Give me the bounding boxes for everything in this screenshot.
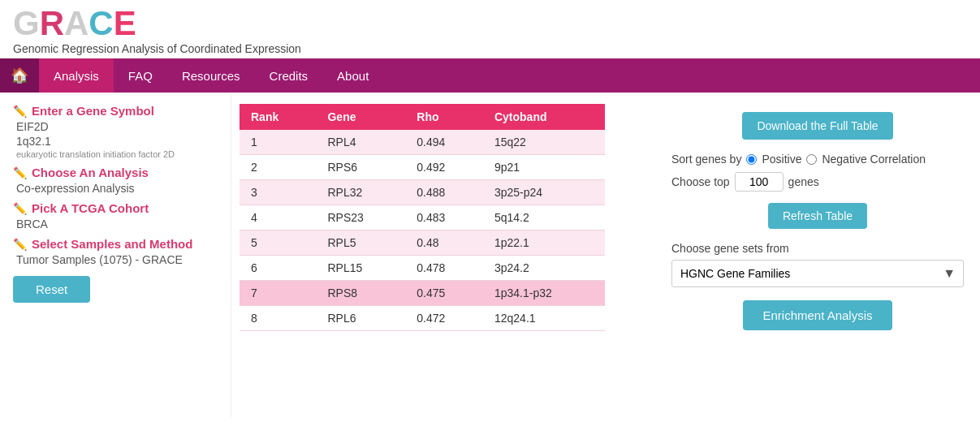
top-genes-input[interactable]: [735, 172, 784, 192]
sort-negative-label: Negative Correlation: [822, 153, 926, 166]
choose-analysis-link[interactable]: ✏️ Choose An Analysis: [13, 166, 218, 179]
cell-cytoband: 3p24.2: [483, 256, 605, 281]
app-subtitle: Genomic Regression Analysis of Coordinat…: [13, 42, 967, 55]
right-panel: Download the Full Table Sort genes by Po…: [655, 93, 980, 417]
enter-gene-link[interactable]: ✏️ Enter a Gene Symbol: [13, 104, 218, 118]
sort-label: Sort genes by: [671, 153, 741, 166]
col-rho: Rho: [405, 104, 483, 130]
analysis-type-value: Co-expression Analysis: [16, 182, 218, 195]
col-rank: Rank: [240, 104, 316, 130]
enrichment-analysis-button[interactable]: Enrichment Analysis: [743, 300, 891, 330]
samples-value: Tumor Samples (1075) - GRACE: [16, 253, 218, 266]
cell-gene: RPL32: [316, 180, 405, 205]
cell-rank: 8: [240, 306, 316, 331]
table-row: 6RPL150.4783p24.2: [240, 256, 605, 281]
table-row: 5RPL50.481p22.1: [240, 230, 605, 256]
choose-sets-label: Choose gene sets from: [671, 242, 964, 255]
cell-cytoband: 1p22.1: [483, 230, 605, 256]
cell-rho: 0.494: [405, 130, 483, 155]
app-title: GRACE: [13, 6, 967, 41]
pick-cohort-section: ✏️ Pick A TCGA Cohort BRCA: [13, 201, 218, 230]
cell-gene: RPL15: [316, 256, 405, 281]
cell-rho: 0.475: [405, 281, 483, 306]
sort-positive-radio[interactable]: [746, 154, 757, 165]
table-row: 7RPS80.4751p34.1-p32: [240, 281, 605, 306]
cell-rank: 5: [240, 230, 316, 256]
results-table: Rank Gene Rho Cytoband 1RPL40.49415q222R…: [240, 104, 605, 331]
cell-rho: 0.472: [405, 306, 483, 331]
gene-set-select[interactable]: HGNC Gene FamiliesGO Biological ProcessG…: [671, 260, 964, 287]
col-gene: Gene: [316, 104, 405, 130]
title-a: A: [64, 6, 89, 41]
gene-set-select-wrap: HGNC Gene FamiliesGO Biological ProcessG…: [671, 260, 964, 287]
cell-cytoband: 9p21: [483, 155, 605, 180]
table-row: 2RPS60.4929p21: [240, 155, 605, 180]
sidebar: ✏️ Enter a Gene Symbol EIF2D 1q32.1 euka…: [0, 93, 231, 417]
table-row: 3RPL320.4883p25-p24: [240, 180, 605, 205]
main-content: ✏️ Enter a Gene Symbol EIF2D 1q32.1 euka…: [0, 93, 980, 417]
choose-analysis-section: ✏️ Choose An Analysis Co-expression Anal…: [13, 166, 218, 195]
gene-symbol-value: EIF2D: [16, 120, 218, 133]
cell-cytoband: 5q14.2: [483, 205, 605, 230]
cohort-value: BRCA: [16, 218, 218, 230]
table-header-row: Rank Gene Rho Cytoband: [240, 104, 605, 130]
cell-rank: 4: [240, 205, 316, 230]
header: GRACE Genomic Regression Analysis of Coo…: [0, 0, 980, 58]
cell-rho: 0.483: [405, 205, 483, 230]
nav-about[interactable]: About: [322, 58, 383, 93]
edit-icon-2: ✏️: [13, 166, 27, 179]
cell-gene: RPS23: [316, 205, 405, 230]
results-table-area: Rank Gene Rho Cytoband 1RPL40.49415q222R…: [231, 93, 655, 417]
sort-positive-label: Positive: [762, 153, 801, 166]
gene-locus-value: 1q32.1: [16, 135, 218, 148]
nav-credits[interactable]: Credits: [255, 58, 323, 93]
cell-cytoband: 1p34.1-p32: [483, 281, 605, 306]
choose-top-row: Choose top genes: [671, 172, 964, 192]
title-e: E: [114, 6, 136, 41]
col-cytoband: Cytoband: [483, 104, 605, 130]
cell-rho: 0.488: [405, 180, 483, 205]
cell-rank: 3: [240, 180, 316, 205]
edit-icon: ✏️: [13, 105, 27, 118]
select-samples-link[interactable]: ✏️ Select Samples and Method: [13, 237, 218, 251]
cell-rho: 0.478: [405, 256, 483, 281]
choose-top-label: Choose top: [671, 175, 730, 188]
nav-analysis[interactable]: Analysis: [39, 58, 114, 93]
cell-cytoband: 3p25-p24: [483, 180, 605, 205]
navbar: 🏠 Analysis FAQ Resources Credits About: [0, 58, 980, 93]
title-c: C: [89, 6, 113, 41]
nav-resources[interactable]: Resources: [167, 58, 255, 93]
sort-negative-radio[interactable]: [806, 154, 817, 165]
home-button[interactable]: 🏠: [0, 58, 39, 93]
nav-faq[interactable]: FAQ: [114, 58, 167, 93]
edit-icon-3: ✏️: [13, 202, 27, 215]
cell-rank: 6: [240, 256, 316, 281]
cell-rho: 0.48: [405, 230, 483, 256]
genes-label: genes: [788, 175, 819, 188]
cell-rank: 2: [240, 155, 316, 180]
table-row: 8RPL60.47212q24.1: [240, 306, 605, 331]
cell-cytoband: 15q22: [483, 130, 605, 155]
cell-gene: RPL5: [316, 230, 405, 256]
table-row: 1RPL40.49415q22: [240, 130, 605, 155]
refresh-table-button[interactable]: Refresh Table: [768, 203, 867, 229]
cell-rank: 7: [240, 281, 316, 306]
cell-rank: 1: [240, 130, 316, 155]
cell-cytoband: 12q24.1: [483, 306, 605, 331]
pick-cohort-link[interactable]: ✏️ Pick A TCGA Cohort: [13, 201, 218, 215]
gene-symbol-section: ✏️ Enter a Gene Symbol EIF2D 1q32.1 euka…: [13, 104, 218, 159]
gene-desc-value: eukaryotic translation initiation factor…: [16, 149, 218, 159]
cell-gene: RPS8: [316, 281, 405, 306]
title-g: G: [13, 6, 40, 41]
download-button[interactable]: Download the Full Table: [742, 112, 892, 140]
title-r: R: [40, 6, 64, 41]
edit-icon-4: ✏️: [13, 238, 27, 251]
table-row: 4RPS230.4835q14.2: [240, 205, 605, 230]
cell-gene: RPL4: [316, 130, 405, 155]
cell-rho: 0.492: [405, 155, 483, 180]
cell-gene: RPL6: [316, 306, 405, 331]
cell-gene: RPS6: [316, 155, 405, 180]
sort-row: Sort genes by Positive Negative Correlat…: [671, 153, 964, 166]
reset-button[interactable]: Reset: [13, 276, 90, 303]
select-samples-section: ✏️ Select Samples and Method Tumor Sampl…: [13, 237, 218, 266]
